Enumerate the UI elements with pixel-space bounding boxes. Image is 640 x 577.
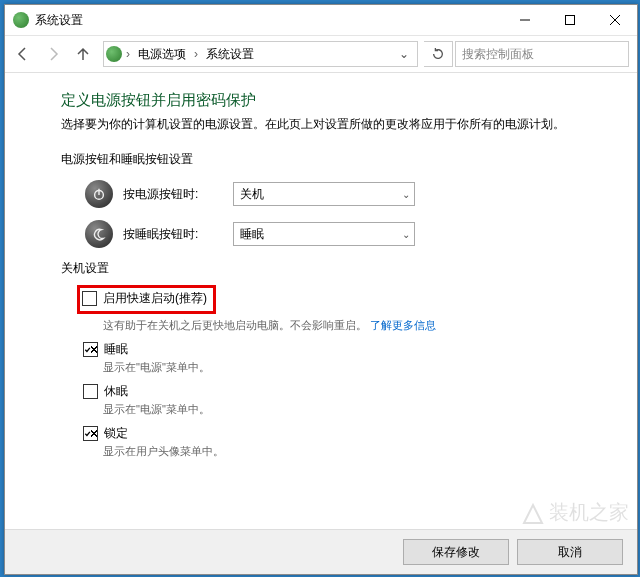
- fast-startup-checkbox[interactable]: [82, 291, 97, 306]
- breadcrumb-system-settings[interactable]: 系统设置: [202, 42, 258, 66]
- sleep-desc: 显示在"电源"菜单中。: [103, 360, 605, 375]
- power-button-select[interactable]: 关机 ⌄: [233, 182, 415, 206]
- window-title: 系统设置: [35, 12, 83, 29]
- hibernate-desc: 显示在"电源"菜单中。: [103, 402, 605, 417]
- minimize-button[interactable]: [502, 5, 547, 35]
- chevron-down-icon: ⌄: [402, 229, 410, 240]
- chevron-right-icon[interactable]: ›: [124, 47, 132, 61]
- app-icon: [13, 12, 29, 28]
- search-placeholder: 搜索控制面板: [462, 46, 534, 63]
- hibernate-checkbox[interactable]: [83, 384, 98, 399]
- breadcrumb-power-options[interactable]: 电源选项: [134, 42, 190, 66]
- sleep-checkbox[interactable]: [83, 342, 98, 357]
- learn-more-link[interactable]: 了解更多信息: [370, 319, 436, 331]
- svg-rect-0: [565, 16, 574, 25]
- refresh-button[interactable]: [424, 41, 453, 67]
- window: 系统设置 › 电源选项 › 系统设置 ⌄: [4, 4, 638, 575]
- chevron-down-icon: ⌄: [402, 189, 410, 200]
- chevron-down-icon[interactable]: ⌄: [393, 47, 415, 61]
- lock-label: 锁定: [104, 425, 128, 442]
- sleep-icon: [85, 220, 113, 248]
- power-icon: [85, 180, 113, 208]
- maximize-button[interactable]: [547, 5, 592, 35]
- address-bar[interactable]: › 电源选项 › 系统设置 ⌄: [103, 41, 418, 67]
- power-button-label: 按电源按钮时:: [123, 186, 223, 203]
- sleep-label: 睡眠: [104, 341, 128, 358]
- watermark: 装机之家: [521, 499, 629, 526]
- power-button-row: 按电源按钮时: 关机 ⌄: [85, 180, 605, 208]
- fast-startup-desc: 这有助于在关机之后更快地启动电脑。不会影响重启。 了解更多信息: [103, 318, 605, 333]
- hibernate-label: 休眠: [104, 383, 128, 400]
- fast-startup-label: 启用快速启动(推荐): [103, 290, 207, 307]
- power-button-value: 关机: [240, 186, 264, 203]
- highlight-annotation: 启用快速启动(推荐): [77, 285, 216, 314]
- address-icon: [106, 46, 122, 62]
- content: 定义电源按钮并启用密码保护 选择要为你的计算机设置的电源设置。在此页上对设置所做…: [5, 73, 637, 459]
- cancel-button[interactable]: 取消: [517, 539, 623, 565]
- back-button[interactable]: [9, 40, 37, 68]
- forward-button[interactable]: [39, 40, 67, 68]
- up-button[interactable]: [69, 40, 97, 68]
- lock-checkbox[interactable]: [83, 426, 98, 441]
- sleep-button-value: 睡眠: [240, 226, 264, 243]
- section-shutdown-title: 关机设置: [61, 260, 605, 277]
- sleep-button-row: 按睡眠按钮时: 睡眠 ⌄: [85, 220, 605, 248]
- section-buttons-title: 电源按钮和睡眠按钮设置: [61, 151, 605, 168]
- page-heading: 定义电源按钮并启用密码保护: [61, 91, 605, 110]
- lock-desc: 显示在用户头像菜单中。: [103, 444, 605, 459]
- sleep-button-select[interactable]: 睡眠 ⌄: [233, 222, 415, 246]
- sleep-button-label: 按睡眠按钮时:: [123, 226, 223, 243]
- footer: 保存修改 取消: [5, 529, 637, 574]
- titlebar: 系统设置: [5, 5, 637, 36]
- page-subtitle: 选择要为你的计算机设置的电源设置。在此页上对设置所做的更改将应用于你所有的电源计…: [61, 116, 605, 133]
- close-button[interactable]: [592, 5, 637, 35]
- search-input[interactable]: 搜索控制面板: [455, 41, 629, 67]
- navbar: › 电源选项 › 系统设置 ⌄ 搜索控制面板: [5, 36, 637, 73]
- chevron-right-icon[interactable]: ›: [192, 47, 200, 61]
- save-button[interactable]: 保存修改: [403, 539, 509, 565]
